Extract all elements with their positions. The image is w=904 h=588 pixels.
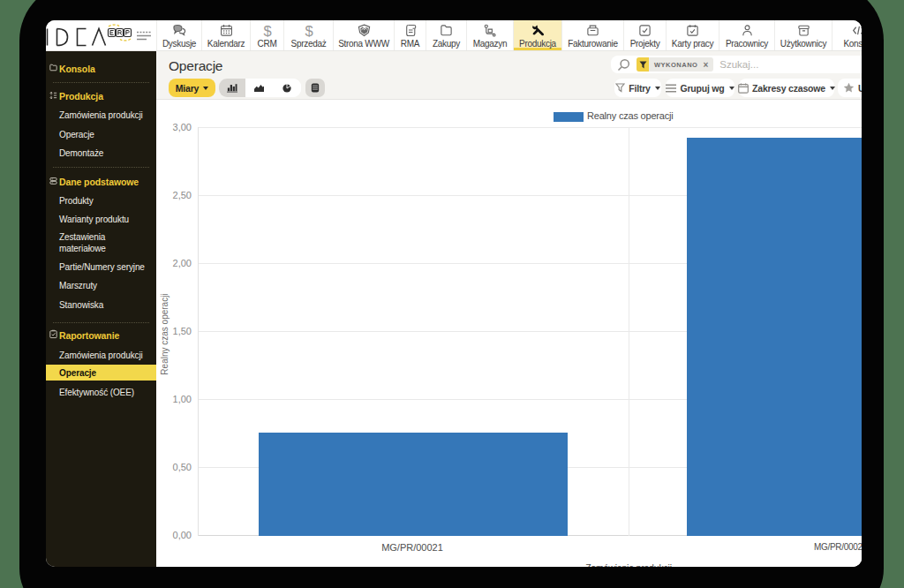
svg-text:$: $ [263, 24, 271, 37]
svg-text:$: $ [305, 24, 313, 37]
